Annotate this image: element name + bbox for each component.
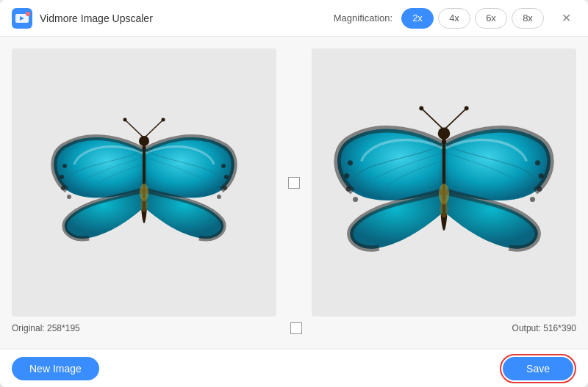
svg-point-10 [62, 164, 67, 168]
svg-point-9 [162, 117, 165, 121]
magnification-label: Magnification: [334, 12, 392, 23]
svg-point-13 [67, 195, 71, 199]
svg-point-17 [217, 195, 221, 199]
svg-line-22 [422, 109, 444, 129]
content-area: Original: 258*195 Output: 516*390 [0, 37, 588, 349]
output-size-label: Output: 516*390 [512, 323, 576, 333]
svg-point-30 [535, 160, 540, 165]
close-button[interactable]: ✕ [556, 8, 576, 29]
save-button-wrapper: Save [500, 354, 576, 383]
svg-point-7 [123, 117, 127, 121]
svg-point-33 [530, 196, 535, 201]
svg-line-24 [444, 109, 466, 129]
footer: New Image Save [0, 349, 588, 387]
output-image-panel [312, 48, 576, 317]
mag-button-4x[interactable]: 4x [438, 8, 470, 29]
new-image-button[interactable]: New Image [12, 357, 99, 380]
svg-point-25 [465, 106, 469, 110]
original-size-label: Original: 258*195 [12, 323, 80, 333]
svg-point-19 [140, 198, 148, 212]
original-butterfly-container [12, 48, 276, 317]
magnification-buttons: 2x 4x 6x 8x [401, 8, 544, 29]
title-bar: Vidmore Image Upscaler Magnification: 2x… [0, 0, 588, 37]
svg-line-8 [144, 120, 162, 138]
mag-button-8x[interactable]: 8x [512, 8, 544, 29]
svg-point-29 [353, 196, 358, 201]
output-butterfly-container [312, 48, 576, 317]
svg-point-14 [221, 164, 226, 168]
output-butterfly-image [330, 92, 558, 274]
app-title: Vidmore Image Upscaler [40, 12, 153, 24]
svg-point-35 [440, 200, 448, 217]
save-button[interactable]: Save [503, 357, 573, 380]
svg-point-23 [419, 106, 423, 110]
info-spacer-checkbox [290, 322, 302, 334]
original-butterfly-image [49, 106, 240, 260]
images-row [12, 48, 576, 317]
svg-line-6 [126, 120, 144, 138]
svg-point-3 [26, 12, 30, 16]
mag-button-2x[interactable]: 2x [401, 8, 434, 29]
app-window: Vidmore Image Upscaler Magnification: 2x… [0, 0, 588, 387]
original-image-panel [12, 48, 276, 317]
mag-button-6x[interactable]: 6x [475, 8, 507, 29]
close-icon: ✕ [562, 11, 571, 25]
app-logo-icon [12, 8, 32, 29]
center-divider-checkbox [288, 177, 300, 189]
info-bar: Original: 258*195 Output: 516*390 [12, 317, 576, 337]
svg-point-26 [348, 160, 353, 165]
